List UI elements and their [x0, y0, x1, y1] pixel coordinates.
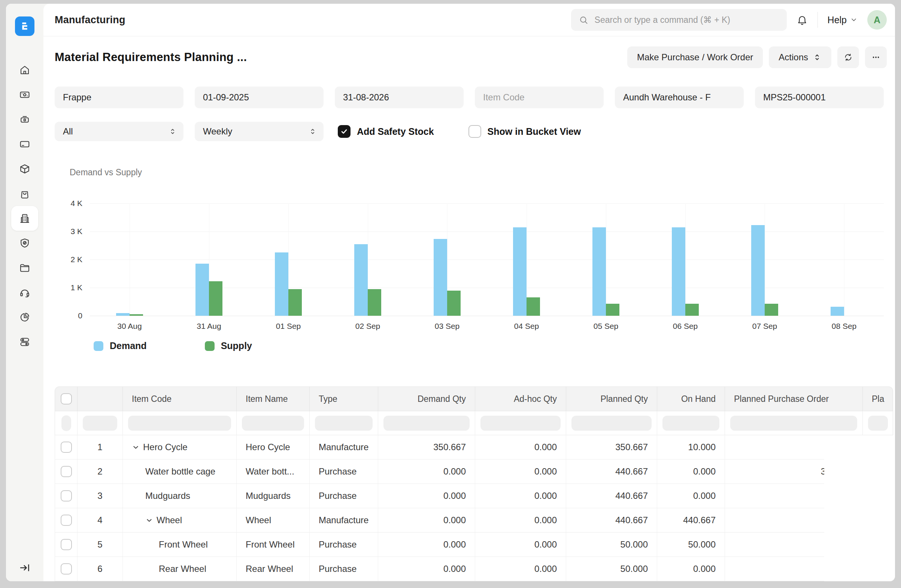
sidebar-item-credit-card[interactable]	[11, 132, 38, 156]
table-row: 3MudguardsMudguardsPurchase0.0000.000440…	[55, 484, 824, 508]
chart-legend: DemandSupply	[94, 340, 884, 351]
sidebar-item-building[interactable]	[11, 206, 38, 231]
row-index: 2	[78, 460, 123, 484]
column-filter-input[interactable]	[83, 416, 117, 431]
row-checkbox[interactable]	[61, 490, 72, 502]
menu-button[interactable]	[865, 47, 887, 68]
select-all-checkbox[interactable]	[61, 393, 72, 404]
sidebar-item-shopping-bag[interactable]	[11, 181, 38, 206]
column-filter-input[interactable]	[242, 416, 304, 431]
planned-qty-cell: 440.667	[566, 508, 657, 532]
demand-bar	[672, 227, 685, 316]
column-header: Pla	[863, 387, 893, 411]
avatar-initial: A	[874, 15, 881, 25]
sidebar-item-pie-chart[interactable]	[11, 305, 38, 329]
main-panel: Manufacturing Help	[44, 4, 895, 581]
item-code-cell: Mudguards	[123, 484, 237, 508]
chart-slot	[645, 203, 725, 316]
item-code-value: Rear Wheel	[159, 564, 206, 574]
column-filter-input[interactable]	[662, 416, 719, 431]
table-body: 1Hero CycleHero CycleManufacture350.6670…	[55, 435, 824, 581]
item-name-cell: Wheel	[237, 508, 310, 532]
plan-id-field[interactable]: MPS25-000001	[755, 86, 884, 108]
up-down-chevrons-icon	[813, 53, 822, 62]
actions-button[interactable]: Actions	[769, 47, 831, 68]
company-field[interactable]: Frappe	[55, 86, 184, 108]
demand-bar	[275, 253, 288, 316]
scope-select[interactable]: All	[55, 122, 184, 141]
table-filter-row	[55, 411, 893, 435]
row-checkbox[interactable]	[61, 563, 72, 574]
adhoc-qty-cell: 0.000	[475, 533, 566, 557]
gridline	[129, 203, 130, 316]
filter-cell	[123, 411, 237, 435]
on-hand-cell: 0.000	[657, 484, 725, 508]
chart-x-axis: 30 Aug31 Aug01 Sep02 Sep03 Sep04 Sep05 S…	[90, 322, 884, 331]
x-tick-label: 04 Sep	[487, 322, 566, 331]
bucket-view-toggle[interactable]: Show in Bucket View	[468, 125, 581, 138]
row-checkbox[interactable]	[61, 441, 72, 453]
search-icon	[578, 15, 589, 25]
expand-chevron-icon[interactable]	[145, 516, 156, 524]
help-menu[interactable]: Help	[828, 15, 857, 25]
column-filter-input[interactable]	[480, 416, 561, 431]
sidebar-item-cash-drawer[interactable]	[11, 107, 38, 132]
to-date-field[interactable]: 31-08-2026	[335, 86, 464, 108]
sidebar-item-package[interactable]	[11, 156, 38, 181]
y-tick-label: 3 K	[70, 227, 83, 236]
item-code-cell: Hero Cycle	[123, 435, 237, 459]
warehouse-field[interactable]: Aundh Warehouse - F	[615, 86, 744, 108]
sidebar-item-home[interactable]	[11, 58, 38, 83]
bucket-view-checkbox[interactable]	[468, 125, 481, 138]
planned-purchase-order-cell	[725, 508, 824, 532]
erpnext-logo[interactable]	[15, 17, 34, 36]
demand-qty-cell: 0.000	[378, 557, 475, 581]
sidebar-item-banknote[interactable]	[11, 83, 38, 107]
row-checkbox[interactable]	[61, 539, 72, 550]
expand-chevron-icon[interactable]	[132, 443, 143, 451]
notifications-button[interactable]	[797, 14, 808, 25]
sidebar-expand-button[interactable]	[6, 562, 44, 574]
add-safety-stock-toggle[interactable]: Add Safety Stock	[338, 125, 434, 138]
from-date-field[interactable]: 01-09-2025	[195, 86, 324, 108]
y-tick-label: 1 K	[70, 283, 83, 292]
supply-bar	[209, 281, 223, 316]
column-filter-input[interactable]	[315, 416, 373, 431]
column-filter-input[interactable]	[868, 416, 888, 431]
search-input[interactable]	[594, 15, 779, 25]
table-row: 4WheelWheelManufacture0.0000.000440.6674…	[55, 508, 824, 533]
column-filter-input[interactable]	[730, 416, 857, 431]
filter-cell	[863, 411, 893, 435]
column-filter-input[interactable]	[61, 415, 71, 431]
refresh-button[interactable]	[837, 47, 859, 68]
item-code-field[interactable]: Item Code	[475, 86, 604, 108]
make-purchase-work-order-button[interactable]: Make Purchase / Work Order	[627, 47, 763, 68]
column-filter-input[interactable]	[128, 416, 231, 431]
demand-bar	[513, 227, 527, 316]
column-filter-input[interactable]	[383, 416, 469, 431]
supply-swatch	[205, 341, 215, 351]
sidebar-item-folder[interactable]	[11, 256, 38, 280]
x-tick-label: 01 Sep	[249, 322, 328, 331]
global-search[interactable]	[571, 9, 787, 31]
sidebar-item-toggle-pills[interactable]	[11, 329, 38, 354]
bar-pair	[751, 225, 778, 316]
add-safety-stock-checkbox[interactable]	[338, 125, 351, 138]
chart-slots	[90, 203, 884, 316]
up-down-chevrons-icon	[309, 127, 317, 136]
column-filter-input[interactable]	[572, 416, 652, 431]
item-code-value: Front Wheel	[159, 539, 208, 550]
sidebar-item-shield-check[interactable]	[11, 231, 38, 256]
x-tick-label: 05 Sep	[566, 322, 645, 331]
frequency-select[interactable]: Weekly	[195, 122, 324, 141]
demand-qty-cell: 350.667	[378, 435, 475, 459]
column-header	[78, 387, 123, 411]
add-safety-stock-label: Add Safety Stock	[357, 126, 434, 137]
filter-cell	[566, 411, 657, 435]
sidebar-item-headset[interactable]	[11, 280, 38, 305]
row-checkbox[interactable]	[61, 466, 72, 477]
row-checkbox[interactable]	[61, 515, 72, 526]
chart-slot	[169, 203, 249, 316]
user-avatar[interactable]: A	[867, 10, 887, 30]
app-window: Manufacturing Help	[6, 4, 895, 581]
